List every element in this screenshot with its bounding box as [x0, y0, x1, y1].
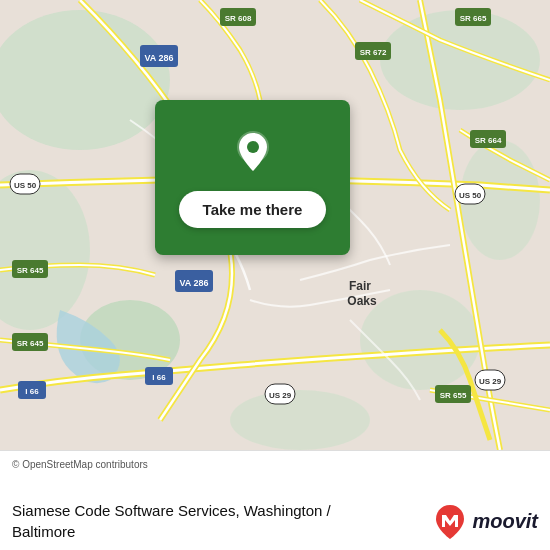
moovit-wordmark: moovit: [472, 510, 538, 533]
location-pin-icon: [229, 127, 277, 175]
svg-text:Oaks: Oaks: [347, 294, 377, 308]
svg-text:I 66: I 66: [25, 387, 39, 396]
location-name-line2: Baltimore: [12, 523, 75, 540]
svg-text:Fair: Fair: [349, 279, 371, 293]
popup-card: Take me there: [155, 100, 350, 255]
svg-text:SR 608: SR 608: [225, 14, 252, 23]
location-name-line1: Siamese Code Software Services, Washingt…: [12, 502, 331, 519]
svg-text:US 50: US 50: [14, 181, 37, 190]
svg-text:VA 286: VA 286: [179, 278, 208, 288]
location-row: Siamese Code Software Services, Washingt…: [12, 500, 538, 542]
moovit-icon: [432, 503, 468, 539]
svg-text:SR 645: SR 645: [17, 339, 44, 348]
svg-text:SR 664: SR 664: [475, 136, 502, 145]
map-attribution: © OpenStreetMap contributors: [12, 459, 538, 470]
svg-text:VA 286: VA 286: [144, 53, 173, 63]
svg-text:I 66: I 66: [152, 373, 166, 382]
svg-text:US 50: US 50: [459, 191, 482, 200]
svg-point-7: [230, 390, 370, 450]
svg-text:SR 645: SR 645: [17, 266, 44, 275]
svg-text:SR 655: SR 655: [440, 391, 467, 400]
take-me-there-button[interactable]: Take me there: [179, 191, 327, 228]
map-area: VA 286 VA 286 US 50 US 50 I 66 I 66 SR 6…: [0, 0, 550, 450]
svg-text:US 29: US 29: [479, 377, 502, 386]
svg-text:US 29: US 29: [269, 391, 292, 400]
moovit-logo: moovit: [432, 503, 538, 539]
app: VA 286 VA 286 US 50 US 50 I 66 I 66 SR 6…: [0, 0, 550, 550]
svg-text:SR 665: SR 665: [460, 14, 487, 23]
location-text: Siamese Code Software Services, Washingt…: [12, 500, 331, 542]
bottom-bar: © OpenStreetMap contributors Siamese Cod…: [0, 450, 550, 550]
svg-point-5: [360, 290, 480, 390]
svg-point-41: [247, 141, 259, 153]
svg-text:SR 672: SR 672: [360, 48, 387, 57]
